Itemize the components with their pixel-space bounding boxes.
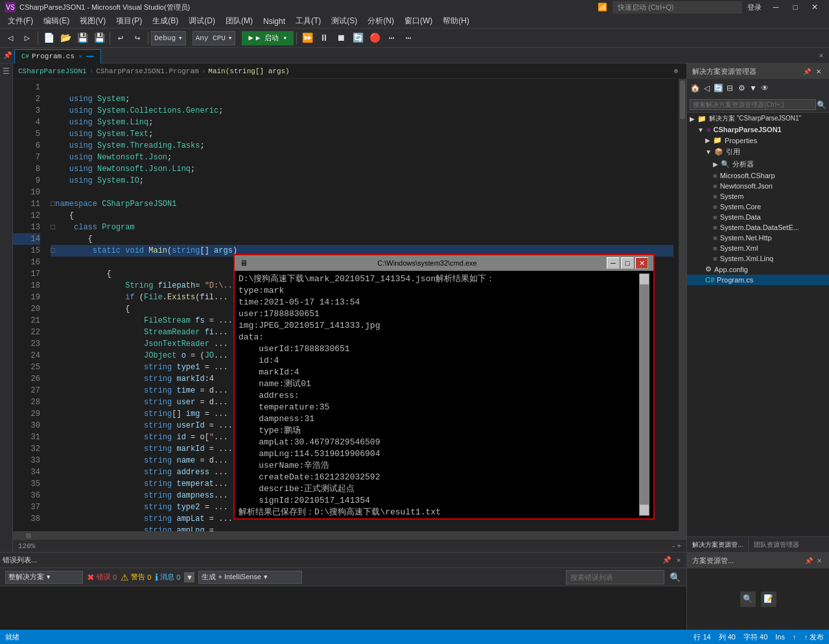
cmd-minimize-btn[interactable]: ─ <box>607 257 620 269</box>
right-bottom-icon2[interactable]: 📝 <box>761 592 776 607</box>
menu-team[interactable]: 团队(M) <box>220 14 258 28</box>
search-icon[interactable]: 🔍 <box>816 100 826 110</box>
cmd-maximize-btn[interactable]: □ <box>621 257 634 269</box>
tree-program-cs[interactable]: C# Program.cs <box>687 275 829 285</box>
error-search-input[interactable] <box>566 570 664 584</box>
toolbar-save[interactable]: 💾 <box>75 30 90 46</box>
menu-debug[interactable]: 调试(D) <box>183 14 220 28</box>
panel-close-btn[interactable]: ✕ <box>813 66 824 76</box>
scrollbar-thumb[interactable] <box>680 80 685 119</box>
menu-edit[interactable]: 编辑(E) <box>38 14 75 28</box>
cmd-window[interactable]: 🖥 C:\Windows\system32\cmd.exe ─ □ ✕ D:\搜… <box>233 254 655 520</box>
scope-dropdown[interactable]: 整解决方案 ▾ <box>5 571 83 584</box>
tree-microsoft-csharp[interactable]: ■ Microsoft.CSharp <box>687 170 829 181</box>
debug-mode-dropdown[interactable]: Debug ▾ <box>151 31 186 45</box>
pin-icon[interactable]: 📌 <box>3 51 13 61</box>
zoom-out-btn[interactable]: - <box>671 542 676 550</box>
close-button[interactable]: ✕ <box>806 0 824 14</box>
build-dropdown[interactable]: 生成 + IntelliSense ▾ <box>198 571 302 584</box>
right-bottom-icon1[interactable]: 🔍 <box>740 592 756 607</box>
toolbar-attach[interactable]: ⏩ <box>299 30 315 46</box>
menu-test[interactable]: 测试(S) <box>326 14 362 28</box>
filter-icon[interactable]: ▼ <box>184 572 194 582</box>
se-toolbar-home[interactable]: 🏠 <box>690 83 700 93</box>
menu-nsight[interactable]: Nsight <box>258 16 290 27</box>
code-editor[interactable]: 12345 678910 1112131415 1617181920 21222… <box>13 79 686 531</box>
team-tab[interactable]: 团队资源管理器 <box>749 537 804 552</box>
toolbar-redo[interactable]: ↪ <box>130 30 145 46</box>
editor-scrollbar[interactable] <box>679 79 686 531</box>
menu-build[interactable]: 生成(B) <box>147 14 183 28</box>
menu-view[interactable]: 视图(V) <box>75 14 111 28</box>
expand-btn[interactable]: ⊕ <box>671 66 681 76</box>
breadcrumb-method[interactable]: Main(string[] args) <box>208 67 289 75</box>
login-text[interactable]: 登录 <box>747 3 762 12</box>
tree-references[interactable]: ▼ 📦 引用 <box>687 146 829 158</box>
tree-system-data[interactable]: ■ System.Data <box>687 212 829 222</box>
tree-newtonsoft[interactable]: ■ Newtonsoft.Json <box>687 181 829 191</box>
maximize-button[interactable]: □ <box>786 0 804 14</box>
tree-system-net-http[interactable]: ■ System.Net.Http <box>687 233 829 243</box>
tree-system-core[interactable]: ■ System.Core <box>687 201 829 212</box>
toolbar-pause[interactable]: ⏸ <box>316 30 332 46</box>
toolbar-more2[interactable]: ⋯ <box>401 30 416 46</box>
bottom-close-btn[interactable]: ✕ <box>673 555 684 566</box>
cmd-scroll-down[interactable]: ▼ <box>640 505 649 515</box>
right-bottom-close[interactable]: ✕ <box>815 556 824 565</box>
bottom-pin-btn[interactable]: 📌 <box>662 555 672 566</box>
tree-system-xml[interactable]: ■ System.Xml <box>687 243 829 253</box>
error-list-tab[interactable]: 错误列表... <box>3 555 37 565</box>
toolbar-stop[interactable]: ⏹ <box>333 30 349 46</box>
toolbar-undo[interactable]: ↩ <box>113 30 128 46</box>
tree-properties[interactable]: ▶ 📁 Properties <box>687 135 829 146</box>
se-toolbar-back[interactable]: ◁ <box>701 83 712 93</box>
tree-system[interactable]: ■ System <box>687 191 829 201</box>
cmd-scrollbar[interactable]: ▲ ▼ <box>639 273 649 516</box>
menu-project[interactable]: 项目(P) <box>111 14 147 28</box>
solution-search-input[interactable] <box>690 99 816 110</box>
menu-file[interactable]: 文件(F) <box>3 14 38 28</box>
h-scroll-thumb[interactable] <box>26 533 31 538</box>
quick-launch-box[interactable]: 快速启动 (Ctrl+Q) <box>613 1 742 14</box>
menu-help[interactable]: 帮助(H) <box>438 14 474 28</box>
tree-project[interactable]: ▼ ■ CSharpParseJSON1 <box>687 124 829 135</box>
tree-system-data-dataset[interactable]: ■ System.Data.DataSetE... <box>687 222 829 233</box>
toolbar-new[interactable]: 📄 <box>41 30 56 46</box>
se-toolbar-prop[interactable]: ⚙ <box>736 83 747 93</box>
start-button[interactable]: ▶ ▶ 启动 ▾ <box>242 31 294 45</box>
se-toolbar-filter[interactable]: ▼ <box>748 83 758 93</box>
toolbar-bp[interactable]: 🔴 <box>367 30 382 46</box>
solution-explorer-icon[interactable]: ☰ <box>1 66 12 76</box>
right-bottom-pin[interactable]: 📌 <box>804 556 813 565</box>
minimize-button[interactable]: ─ <box>767 0 785 14</box>
menu-window[interactable]: 窗口(W) <box>399 14 438 28</box>
se-toolbar-refresh[interactable]: 🔄 <box>713 83 723 93</box>
menu-tools[interactable]: 工具(T) <box>290 14 326 28</box>
tab-program-cs[interactable]: C# Program.cs ✕ <box>14 49 101 63</box>
cpu-dropdown[interactable]: Any CPU ▾ <box>193 31 236 45</box>
toolbar-save-all[interactable]: 💾 <box>91 30 107 46</box>
se-tab[interactable]: 解决方案资源管... <box>687 537 749 552</box>
close-editors-btn[interactable]: ✕ <box>816 51 826 61</box>
toolbar-back[interactable]: ◁ <box>3 30 18 46</box>
menu-analyze[interactable]: 分析(N) <box>362 14 399 28</box>
error-search-icon[interactable]: 🔍 <box>668 571 681 584</box>
tree-system-xml-linq[interactable]: ■ System.Xml.Linq <box>687 253 829 264</box>
tree-analyzer[interactable]: ▶ 🔍 分析器 <box>687 158 829 170</box>
cmd-scroll-up[interactable]: ▲ <box>640 274 649 284</box>
toolbar-sep2 <box>110 32 110 45</box>
se-toolbar-show-all[interactable]: 👁 <box>760 83 770 93</box>
cmd-close-btn[interactable]: ✕ <box>635 257 648 269</box>
tree-solution[interactable]: ▶ 📁 解决方案 "CSharpParseJSON1" <box>687 113 829 124</box>
zoom-in-btn[interactable]: + <box>677 542 681 550</box>
toolbar-more1[interactable]: ⋯ <box>384 30 399 46</box>
h-scrollbar[interactable] <box>13 531 686 539</box>
breadcrumb-project[interactable]: CSharpParseJSON1 <box>18 67 87 75</box>
toolbar-open[interactable]: 📂 <box>58 30 73 46</box>
se-toolbar-collapse[interactable]: ⊟ <box>725 83 735 93</box>
tree-app-config[interactable]: ⚙ App.config <box>687 264 829 275</box>
breadcrumb-class[interactable]: CSharpParseJSON1.Program <box>96 67 198 75</box>
panel-pin-btn[interactable]: 📌 <box>802 66 812 76</box>
toolbar-forward[interactable]: ▷ <box>19 30 35 46</box>
toolbar-restart[interactable]: 🔄 <box>350 30 366 46</box>
